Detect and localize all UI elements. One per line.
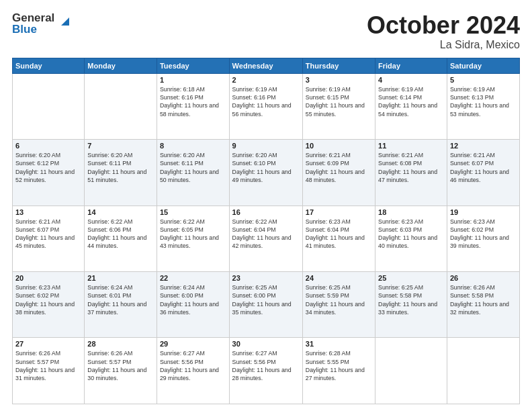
calendar-table: SundayMondayTuesdayWednesdayThursdayFrid… bbox=[12, 58, 520, 404]
day-cell-13: 13Sunrise: 6:21 AM Sunset: 6:07 PM Dayli… bbox=[13, 205, 85, 271]
day-header-tuesday: Tuesday bbox=[157, 58, 229, 73]
day-cell-14: 14Sunrise: 6:22 AM Sunset: 6:06 PM Dayli… bbox=[85, 205, 157, 271]
day-info: Sunrise: 6:21 AM Sunset: 6:07 PM Dayligh… bbox=[15, 218, 81, 250]
day-number: 2 bbox=[232, 76, 300, 84]
day-cell-5: 5Sunrise: 6:19 AM Sunset: 6:13 PM Daylig… bbox=[447, 73, 519, 139]
day-cell-31: 31Sunrise: 6:28 AM Sunset: 5:55 PM Dayli… bbox=[302, 338, 375, 404]
day-number: 28 bbox=[87, 340, 154, 348]
month-title: October 2024 bbox=[367, 12, 520, 39]
day-cell-28: 28Sunrise: 6:26 AM Sunset: 5:57 PM Dayli… bbox=[85, 338, 157, 404]
day-number: 24 bbox=[306, 274, 372, 282]
day-number: 5 bbox=[450, 76, 517, 84]
day-number: 27 bbox=[15, 340, 81, 348]
day-info: Sunrise: 6:21 AM Sunset: 6:08 PM Dayligh… bbox=[378, 151, 444, 184]
title-section: October 2024 La Sidra, Mexico bbox=[367, 12, 520, 51]
day-cell-20: 20Sunrise: 6:23 AM Sunset: 6:02 PM Dayli… bbox=[13, 272, 85, 338]
day-info: Sunrise: 6:27 AM Sunset: 5:56 PM Dayligh… bbox=[160, 349, 226, 382]
day-info: Sunrise: 6:19 AM Sunset: 6:14 PM Dayligh… bbox=[378, 85, 444, 118]
day-info: Sunrise: 6:25 AM Sunset: 5:58 PM Dayligh… bbox=[378, 283, 444, 316]
day-number: 30 bbox=[232, 340, 300, 348]
day-header-sunday: Sunday bbox=[13, 58, 85, 73]
header: General Blue October 2024 La Sidra, Mexi… bbox=[12, 12, 520, 51]
day-number: 6 bbox=[15, 142, 81, 150]
day-cell-10: 10Sunrise: 6:21 AM Sunset: 6:09 PM Dayli… bbox=[302, 140, 375, 205]
day-cell-26: 26Sunrise: 6:26 AM Sunset: 5:58 PM Dayli… bbox=[447, 272, 519, 338]
day-cell-3: 3Sunrise: 6:19 AM Sunset: 6:15 PM Daylig… bbox=[302, 73, 375, 139]
logo-icon bbox=[56, 12, 73, 30]
logo: General Blue bbox=[12, 12, 73, 35]
day-header-wednesday: Wednesday bbox=[229, 58, 302, 73]
logo-text: General Blue bbox=[12, 12, 54, 35]
day-cell-19: 19Sunrise: 6:23 AM Sunset: 6:02 PM Dayli… bbox=[447, 205, 519, 271]
day-info: Sunrise: 6:22 AM Sunset: 6:05 PM Dayligh… bbox=[160, 218, 226, 250]
day-number: 17 bbox=[306, 208, 372, 216]
week-row-1: 1Sunrise: 6:18 AM Sunset: 6:16 PM Daylig… bbox=[13, 73, 520, 139]
day-info: Sunrise: 6:19 AM Sunset: 6:16 PM Dayligh… bbox=[232, 85, 300, 118]
day-info: Sunrise: 6:20 AM Sunset: 6:10 PM Dayligh… bbox=[232, 151, 300, 184]
day-number: 13 bbox=[15, 208, 81, 216]
day-info: Sunrise: 6:20 AM Sunset: 6:12 PM Dayligh… bbox=[15, 151, 81, 184]
day-cell-23: 23Sunrise: 6:25 AM Sunset: 6:00 PM Dayli… bbox=[229, 272, 302, 338]
day-info: Sunrise: 6:20 AM Sunset: 6:11 PM Dayligh… bbox=[160, 151, 226, 184]
day-header-monday: Monday bbox=[85, 58, 157, 73]
day-cell-24: 24Sunrise: 6:25 AM Sunset: 5:59 PM Dayli… bbox=[302, 272, 375, 338]
day-cell-7: 7Sunrise: 6:20 AM Sunset: 6:11 PM Daylig… bbox=[85, 140, 157, 205]
day-info: Sunrise: 6:25 AM Sunset: 5:59 PM Dayligh… bbox=[306, 283, 372, 316]
day-number: 1 bbox=[160, 76, 226, 84]
day-number: 14 bbox=[87, 208, 154, 216]
day-info: Sunrise: 6:18 AM Sunset: 6:16 PM Dayligh… bbox=[160, 85, 226, 118]
day-info: Sunrise: 6:26 AM Sunset: 5:57 PM Dayligh… bbox=[15, 349, 81, 382]
day-number: 29 bbox=[160, 340, 226, 348]
empty-cell bbox=[85, 73, 157, 139]
day-info: Sunrise: 6:23 AM Sunset: 6:04 PM Dayligh… bbox=[306, 218, 372, 250]
day-info: Sunrise: 6:20 AM Sunset: 6:11 PM Dayligh… bbox=[87, 151, 154, 184]
day-info: Sunrise: 6:27 AM Sunset: 5:56 PM Dayligh… bbox=[232, 349, 300, 382]
day-cell-27: 27Sunrise: 6:26 AM Sunset: 5:57 PM Dayli… bbox=[13, 338, 85, 404]
day-info: Sunrise: 6:26 AM Sunset: 5:58 PM Dayligh… bbox=[450, 283, 517, 316]
day-number: 11 bbox=[378, 142, 444, 150]
day-cell-15: 15Sunrise: 6:22 AM Sunset: 6:05 PM Dayli… bbox=[157, 205, 229, 271]
week-row-4: 20Sunrise: 6:23 AM Sunset: 6:02 PM Dayli… bbox=[13, 272, 520, 338]
day-number: 15 bbox=[160, 208, 226, 216]
day-cell-21: 21Sunrise: 6:24 AM Sunset: 6:01 PM Dayli… bbox=[85, 272, 157, 338]
day-header-friday: Friday bbox=[375, 58, 447, 73]
day-cell-22: 22Sunrise: 6:24 AM Sunset: 6:00 PM Dayli… bbox=[157, 272, 229, 338]
location: La Sidra, Mexico bbox=[367, 39, 520, 51]
day-cell-17: 17Sunrise: 6:23 AM Sunset: 6:04 PM Dayli… bbox=[302, 205, 375, 271]
day-info: Sunrise: 6:24 AM Sunset: 6:00 PM Dayligh… bbox=[160, 283, 226, 316]
empty-cell bbox=[13, 73, 85, 139]
day-info: Sunrise: 6:24 AM Sunset: 6:01 PM Dayligh… bbox=[87, 283, 154, 316]
logo-general: General bbox=[12, 12, 54, 24]
day-info: Sunrise: 6:22 AM Sunset: 6:06 PM Dayligh… bbox=[87, 218, 154, 250]
logo-blue: Blue bbox=[12, 24, 54, 35]
day-number: 10 bbox=[306, 142, 372, 150]
day-number: 23 bbox=[232, 274, 300, 282]
calendar-header-row: SundayMondayTuesdayWednesdayThursdayFrid… bbox=[13, 58, 520, 73]
day-info: Sunrise: 6:21 AM Sunset: 6:09 PM Dayligh… bbox=[306, 151, 372, 184]
day-number: 26 bbox=[450, 274, 517, 282]
day-info: Sunrise: 6:19 AM Sunset: 6:13 PM Dayligh… bbox=[450, 85, 517, 118]
day-number: 9 bbox=[232, 142, 300, 150]
day-number: 16 bbox=[232, 208, 300, 216]
day-info: Sunrise: 6:22 AM Sunset: 6:04 PM Dayligh… bbox=[232, 218, 300, 250]
day-info: Sunrise: 6:21 AM Sunset: 6:07 PM Dayligh… bbox=[450, 151, 517, 184]
day-cell-25: 25Sunrise: 6:25 AM Sunset: 5:58 PM Dayli… bbox=[375, 272, 447, 338]
day-cell-11: 11Sunrise: 6:21 AM Sunset: 6:08 PM Dayli… bbox=[375, 140, 447, 205]
day-info: Sunrise: 6:23 AM Sunset: 6:02 PM Dayligh… bbox=[15, 283, 81, 316]
day-info: Sunrise: 6:25 AM Sunset: 6:00 PM Dayligh… bbox=[232, 283, 300, 316]
day-number: 25 bbox=[378, 274, 444, 282]
day-cell-1: 1Sunrise: 6:18 AM Sunset: 6:16 PM Daylig… bbox=[157, 73, 229, 139]
day-number: 3 bbox=[306, 76, 372, 84]
week-row-3: 13Sunrise: 6:21 AM Sunset: 6:07 PM Dayli… bbox=[13, 205, 520, 271]
day-cell-9: 9Sunrise: 6:20 AM Sunset: 6:10 PM Daylig… bbox=[229, 140, 302, 205]
day-header-thursday: Thursday bbox=[302, 58, 375, 73]
day-info: Sunrise: 6:23 AM Sunset: 6:02 PM Dayligh… bbox=[450, 218, 517, 250]
day-number: 31 bbox=[306, 340, 372, 348]
day-number: 12 bbox=[450, 142, 517, 150]
day-info: Sunrise: 6:28 AM Sunset: 5:55 PM Dayligh… bbox=[306, 349, 372, 382]
day-info: Sunrise: 6:23 AM Sunset: 6:03 PM Dayligh… bbox=[378, 218, 444, 250]
day-number: 20 bbox=[15, 274, 81, 282]
day-cell-30: 30Sunrise: 6:27 AM Sunset: 5:56 PM Dayli… bbox=[229, 338, 302, 404]
day-number: 22 bbox=[160, 274, 226, 282]
page: General Blue October 2024 La Sidra, Mexi… bbox=[0, 0, 532, 411]
